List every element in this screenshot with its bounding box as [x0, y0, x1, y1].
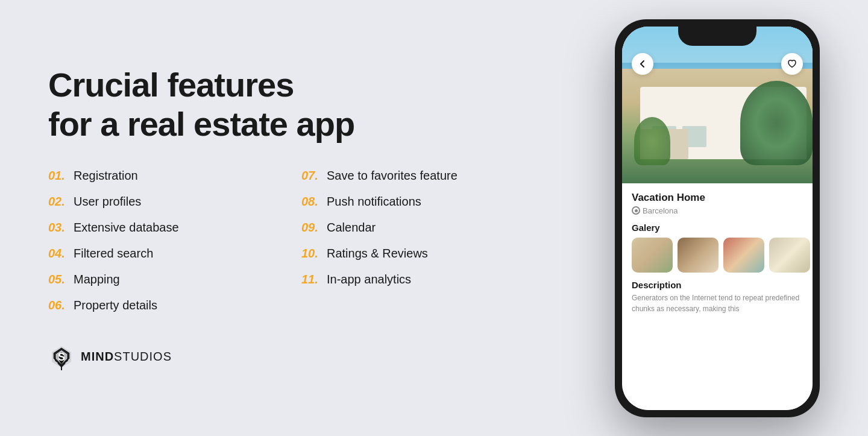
back-button[interactable]	[632, 53, 653, 75]
headline: Crucial features for a real estate app	[48, 66, 530, 144]
list-item: 01.Registration	[48, 163, 277, 189]
feature-text: User profiles	[74, 195, 141, 209]
list-item: 11.In-app analytics	[301, 267, 530, 292]
gallery-thumb-4[interactable]	[769, 238, 810, 273]
feature-number: 05.	[48, 273, 70, 286]
location-icon	[632, 206, 640, 215]
logo-text: MINDSTUDIOS	[81, 350, 172, 364]
feature-number: 08.	[301, 195, 323, 209]
feature-text: In-app analytics	[327, 273, 411, 286]
feature-number: 06.	[48, 299, 70, 312]
list-item: 05.Mapping	[48, 267, 277, 292]
feature-number: 01.	[48, 169, 70, 183]
gallery-thumb-2[interactable]	[678, 238, 719, 273]
phone-notch	[678, 27, 756, 46]
feature-number: 09.	[301, 221, 323, 235]
feature-number: 04.	[48, 247, 70, 261]
logo-section: S MINDSTUDIOS	[48, 344, 530, 370]
list-item: 07.Save to favorites feature	[301, 163, 530, 189]
plants-right	[740, 81, 813, 165]
list-item: 10.Ratings & Reviews	[301, 241, 530, 267]
features-grid: 01.Registration02.User profiles03.Extens…	[48, 163, 530, 318]
gallery-label: Galery	[632, 223, 803, 233]
description-text: Generators on the Internet tend to repea…	[632, 292, 803, 314]
main-container: Crucial features for a real estate app 0…	[0, 0, 868, 436]
gallery-thumb-3[interactable]	[723, 238, 764, 273]
mindstudios-logo-icon: S	[48, 344, 75, 370]
feature-text: Calendar	[327, 221, 376, 235]
feature-text: Mapping	[74, 273, 120, 286]
feature-number: 11.	[301, 273, 323, 286]
list-item: 02.User profiles	[48, 189, 277, 215]
svg-text:S: S	[58, 351, 65, 363]
favorite-button[interactable]	[781, 53, 803, 75]
feature-number: 03.	[48, 221, 70, 235]
feature-text: Property details	[74, 299, 157, 312]
gallery-thumb-1[interactable]	[632, 238, 673, 273]
list-item: 09.Calendar	[301, 215, 530, 241]
left-column: 01.Registration02.User profiles03.Extens…	[48, 163, 277, 318]
feature-text: Filtered search	[74, 247, 153, 261]
phone-screen: Vacation Home Barcelona Galery Descripti…	[622, 27, 813, 410]
left-section: Crucial features for a real estate app 0…	[48, 66, 530, 370]
location-text: Barcelona	[643, 206, 678, 215]
phone-content: Vacation Home Barcelona Galery Descripti…	[622, 183, 813, 410]
phone-mockup: Vacation Home Barcelona Galery Descripti…	[615, 19, 820, 417]
property-location: Barcelona	[632, 206, 803, 215]
list-item: 04.Filtered search	[48, 241, 277, 267]
right-column: 07.Save to favorites feature08.Push noti…	[301, 163, 530, 318]
feature-text: Ratings & Reviews	[327, 247, 428, 261]
feature-text: Extensive database	[74, 221, 179, 235]
feature-text: Registration	[74, 169, 138, 183]
feature-text: Save to favorites feature	[327, 169, 458, 183]
list-item: 06.Property details	[48, 292, 277, 318]
description-label: Description	[632, 280, 803, 290]
gallery-row	[632, 238, 803, 273]
phone-section: Vacation Home Barcelona Galery Descripti…	[615, 19, 820, 417]
feature-number: 02.	[48, 195, 70, 209]
feature-number: 07.	[301, 169, 323, 183]
property-title: Vacation Home	[632, 192, 803, 204]
plants-left	[634, 117, 670, 165]
property-hero-image	[622, 27, 813, 183]
feature-text: Push notifications	[327, 195, 421, 209]
list-item: 08.Push notifications	[301, 189, 530, 215]
feature-number: 10.	[301, 247, 323, 261]
list-item: 03.Extensive database	[48, 215, 277, 241]
